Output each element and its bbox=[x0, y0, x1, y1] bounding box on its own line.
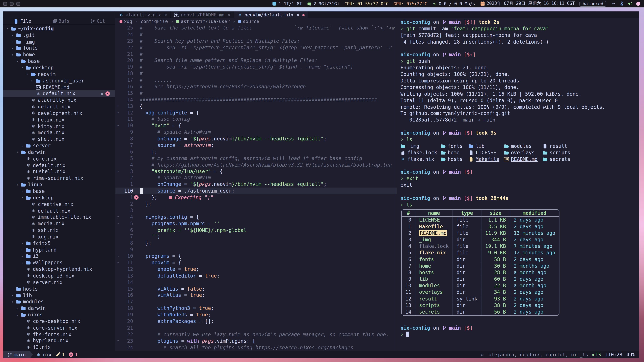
keyboard-icon[interactable]: ⌨ bbox=[611, 1, 616, 6]
bluetooth-icon[interactable] bbox=[619, 1, 624, 6]
breadcrumb-segment[interactable]: source bbox=[238, 18, 259, 24]
code-line[interactable]: ▾13{ bbox=[116, 103, 397, 109]
tree-item--img[interactable]: ▸_img bbox=[3, 38, 116, 45]
tree-item-development.nix[interactable]: ❄development.nix bbox=[3, 110, 116, 116]
tree-item-desktop[interactable]: ▾desktop bbox=[3, 195, 116, 201]
code-line[interactable]: 7 ''; bbox=[116, 233, 397, 240]
tree-item-rime-squirrel.nix[interactable]: ❄rime-squirrel.nix bbox=[3, 175, 116, 182]
chevron-down-icon[interactable]: ▾ bbox=[16, 183, 21, 187]
chevron-right-icon[interactable]: ▸ bbox=[21, 261, 26, 265]
power-profile[interactable]: balanced bbox=[580, 1, 606, 6]
code-line[interactable]: 12 enable = true; bbox=[116, 266, 397, 273]
code-line[interactable]: 14 bbox=[116, 279, 397, 286]
code-line[interactable]: 13 defaultEditor = true; bbox=[116, 273, 397, 279]
code-line[interactable]: 8 onChange = "${pkgs.neovim}/bin/nvim --… bbox=[116, 136, 397, 142]
tree-item-alacritty.nix[interactable]: ❄alacritty.nix bbox=[3, 97, 116, 104]
tree-item-core.nix[interactable]: ❄core.nix bbox=[3, 156, 116, 162]
terminal-pane[interactable]: nix-config on main [$!] took 2s› git com… bbox=[397, 18, 639, 351]
fold-arrow-icon[interactable]: ▾ bbox=[116, 124, 121, 128]
code-line[interactable]: 9 # update AstroNvim bbox=[116, 129, 397, 136]
tree-item-default.nix[interactable]: ❄default.nix bbox=[3, 103, 116, 110]
tree-item-modules[interactable]: ▾modules bbox=[3, 299, 116, 305]
chevron-down-icon[interactable]: ▾ bbox=[12, 300, 16, 304]
code-line[interactable]: 19# sed -ri "s/pattern_str/replace_str/g… bbox=[116, 64, 397, 70]
file-tree[interactable]: ▾~/nix-config▸.git▸_img▸fonts▾home▾base▾… bbox=[3, 25, 116, 351]
chevron-right-icon[interactable]: ▸ bbox=[21, 189, 26, 193]
tree-item-fonts[interactable]: ▸fonts bbox=[3, 45, 116, 51]
code-line[interactable]: 20# Search file name pattern and Replace… bbox=[116, 57, 397, 64]
code-line[interactable]: 6 prefix = ''${HOME}/.npm-global bbox=[116, 227, 397, 233]
fold-arrow-icon[interactable]: ▾ bbox=[116, 111, 121, 114]
tree-item-creative.nix[interactable]: ❄creative.nix bbox=[3, 201, 116, 207]
code-line[interactable]: ▾12 xdg.configFile = { bbox=[116, 109, 397, 116]
close-icon[interactable]: × bbox=[297, 12, 299, 17]
code-line[interactable]: 19 withNodeJs = true; bbox=[116, 312, 397, 318]
error-count[interactable]: 1 bbox=[69, 352, 78, 358]
git-branch-indicator[interactable]: main bbox=[3, 351, 30, 358]
code-line[interactable]: 22 # currently we use lazy.nvim as neovi… bbox=[116, 331, 397, 338]
window-button-workspace-2[interactable] bbox=[10, 2, 14, 5]
buffer-tab-alacritty.nix[interactable]: ❄alacritty.nix× bbox=[116, 11, 171, 18]
code-line[interactable]: 9 bbox=[116, 246, 397, 253]
tree-item-lib[interactable]: ▸lib bbox=[3, 292, 116, 299]
tree-item---nix-config[interactable]: ▾~/nix-config bbox=[3, 25, 116, 32]
tree-item-hosts[interactable]: ▸hosts bbox=[3, 286, 116, 292]
code-line[interactable]: 18 withPython3 = true; bbox=[116, 305, 397, 312]
tree-item-i3.nix[interactable]: ❄i3.nix bbox=[3, 344, 116, 351]
code-line[interactable]: 1 onChange = "${pkgs.neovim}/bin/nvim --… bbox=[116, 181, 397, 188]
code-line[interactable]: ▾4 nixpkgs.config = { bbox=[116, 214, 397, 220]
chevron-down-icon[interactable]: ▾ bbox=[21, 196, 26, 200]
tree-item-immutable-file.nix[interactable]: ❄immutable-file.nix bbox=[3, 214, 116, 221]
tree-item-media.nix[interactable]: ❄media.nix bbox=[3, 221, 116, 227]
fold-arrow-icon[interactable]: ▾ bbox=[116, 104, 121, 108]
tree-item-darwin[interactable]: ▾darwin bbox=[3, 149, 116, 156]
code-line[interactable]: 14######################################… bbox=[116, 96, 397, 103]
warning-count[interactable]: 1 bbox=[56, 352, 65, 358]
tree-item-ssh.nix[interactable]: ❄ssh.nix bbox=[3, 227, 116, 234]
tree-item-fcitx5[interactable]: ▸fcitx5 bbox=[3, 240, 116, 247]
tree-item-core-desktop.nix[interactable]: ❄core-desktop.nix bbox=[3, 318, 116, 325]
tree-item-kitty.nix[interactable]: ❄kitty.nix bbox=[3, 123, 116, 130]
window-button-workspace-1[interactable] bbox=[3, 2, 7, 5]
tree-item-xdg.nix[interactable]: ❄xdg.nix bbox=[3, 233, 116, 240]
code-line[interactable]: 1 };■ Expecting ";" bbox=[116, 194, 397, 201]
code-line[interactable]: 21 bbox=[116, 325, 397, 331]
code-line[interactable]: ▾10 programs = { bbox=[116, 253, 397, 259]
code-line[interactable]: 4 # https://github.com/AstroNvim/AstroNv… bbox=[116, 162, 397, 168]
chevron-right-icon[interactable]: ▸ bbox=[21, 248, 26, 252]
tree-tab-file[interactable]: File bbox=[14, 18, 31, 24]
tree-item-neovim[interactable]: ▾neovim bbox=[3, 71, 116, 77]
tree-item-default.nix[interactable]: ❄default.nix bbox=[3, 207, 116, 214]
code-line[interactable]: 15# bbox=[116, 90, 397, 96]
tree-item-hyprland[interactable]: ▸hyprland bbox=[3, 247, 116, 253]
close-icon[interactable]: × bbox=[228, 12, 230, 17]
chevron-down-icon[interactable]: ▾ bbox=[16, 313, 21, 317]
chevron-down-icon[interactable]: ▾ bbox=[16, 59, 21, 63]
code-line[interactable]: ▾11 neovim = { bbox=[116, 259, 397, 266]
chevron-right-icon[interactable]: ▸ bbox=[21, 254, 26, 258]
code-line[interactable]: 5 # my cusotom astronvim config, astronv… bbox=[116, 155, 397, 162]
code-line[interactable]: ▾5 programs.npm.npmrc = '' bbox=[116, 220, 397, 227]
tree-item-linux[interactable]: ▾linux bbox=[3, 182, 116, 188]
tree-item-.git[interactable]: ▸.git bbox=[3, 32, 116, 38]
code-line[interactable]: 24# bbox=[116, 31, 397, 38]
chevron-right-icon[interactable]: ▸ bbox=[12, 40, 16, 43]
code-line[interactable]: 8 }; bbox=[116, 240, 397, 246]
tree-tab-git[interactable]: Git bbox=[90, 18, 105, 24]
tree-item-server.nix[interactable]: ❄server.nix bbox=[3, 279, 116, 286]
chevron-right-icon[interactable]: ▸ bbox=[16, 307, 21, 310]
code-line[interactable]: ▾10 "nvim" = { bbox=[116, 122, 397, 129]
tree-item-default.nix[interactable]: ❄default.nix● bbox=[3, 90, 116, 97]
chevron-right-icon[interactable]: ▸ bbox=[21, 242, 26, 245]
code-line[interactable]: 18# bbox=[116, 70, 397, 77]
breadcrumb-segment[interactable]: configFile bbox=[141, 18, 168, 24]
tree-item-i3[interactable]: ▸i3 bbox=[3, 253, 116, 260]
code-line[interactable]: 24 # search all the plugins using https:… bbox=[116, 344, 397, 351]
fold-arrow-icon[interactable]: ▾ bbox=[116, 222, 121, 225]
volume-icon[interactable] bbox=[628, 1, 632, 6]
tree-item-desktop[interactable]: ▾desktop bbox=[3, 64, 116, 71]
code-line[interactable]: 3 bbox=[116, 207, 397, 214]
fold-arrow-icon[interactable]: ▾ bbox=[116, 254, 121, 258]
code-line[interactable]: 21# bbox=[116, 51, 397, 57]
chevron-right-icon[interactable]: ▸ bbox=[12, 33, 16, 37]
